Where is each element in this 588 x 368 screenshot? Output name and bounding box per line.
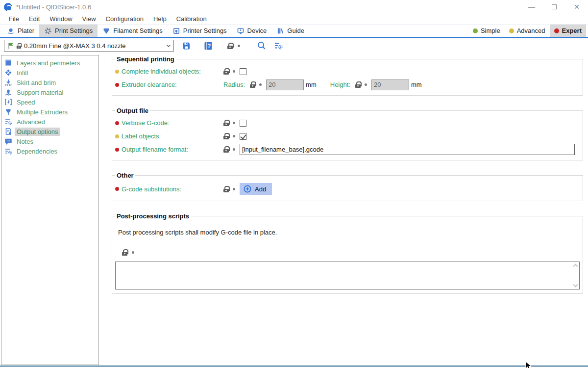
sidebar-item-notes[interactable]: Notes — [1, 136, 98, 146]
section-title: Other — [115, 172, 135, 179]
scroll-up-icon[interactable] — [573, 264, 578, 269]
revert-dot-icon[interactable] — [233, 70, 235, 73]
save-icon — [182, 41, 191, 51]
option-row-output-filename-format: Output filename format: — [115, 143, 580, 156]
revert-dot-icon[interactable] — [259, 83, 262, 86]
sidebar-item-dependencies[interactable]: Dependencies — [1, 146, 98, 156]
save-preset-button[interactable] — [182, 41, 191, 51]
add-substitution-button[interactable]: Add — [240, 183, 272, 195]
close-button[interactable]: ✕ — [565, 0, 588, 14]
revert-dot-icon — [238, 45, 240, 47]
menu-window[interactable]: Window — [45, 14, 77, 25]
sidebar-item-skirt-and-brim[interactable]: Skirt and brim — [1, 78, 98, 87]
filament-icon — [102, 27, 110, 35]
modified-dot-icon — [115, 134, 119, 138]
sidebar-item-label: Multiple Extruders — [15, 108, 70, 116]
post-processing-description: Post processing scripts shall modify G-c… — [115, 222, 580, 236]
menu-configuration[interactable]: Configuration — [101, 14, 148, 25]
revert-dot-icon[interactable] — [365, 83, 367, 86]
compare-presets-button[interactable] — [273, 41, 283, 50]
lock-icon[interactable] — [355, 81, 361, 88]
sidebar-item-infill[interactable]: Infill — [1, 68, 98, 78]
radius-field[interactable] — [266, 79, 304, 90]
svg-text:?: ? — [207, 43, 211, 50]
output-filename-format-field[interactable] — [240, 144, 575, 155]
search-button[interactable] — [257, 41, 267, 51]
tab-label: Device — [247, 27, 267, 34]
revert-dot-icon[interactable] — [233, 148, 235, 151]
sidebar-item-speed[interactable]: Speed — [1, 97, 98, 107]
mode-advanced[interactable]: Advanced — [505, 25, 550, 37]
scroll-down-icon[interactable] — [573, 283, 578, 288]
radius-unit: mm — [306, 81, 317, 88]
lock-icon[interactable] — [223, 133, 229, 139]
section-title: Output file — [115, 107, 150, 114]
extruders-icon — [4, 108, 12, 116]
mouse-cursor — [525, 361, 532, 368]
revert-dot-icon[interactable] — [233, 188, 235, 190]
revert-dot-icon[interactable] — [233, 135, 235, 137]
tab-filament-settings[interactable]: Filament Settings — [98, 25, 167, 37]
tab-plater[interactable]: Plater — [2, 25, 39, 37]
mode-label: Advanced — [517, 27, 545, 34]
lock-icon[interactable] — [223, 68, 229, 75]
search-icon — [257, 41, 267, 51]
menu-bar: File Edit Window View Configuration Help… — [0, 14, 588, 25]
label-objects-checkbox[interactable] — [240, 133, 246, 140]
sidebar-item-support-material[interactable]: Support material — [1, 87, 98, 97]
tab-label: Guide — [287, 27, 304, 34]
revert-dot-icon[interactable] — [132, 251, 134, 254]
menu-view[interactable]: View — [77, 14, 101, 25]
lock-icon[interactable] — [223, 120, 229, 126]
tab-label: Print Settings — [55, 27, 93, 34]
section-title: Sequential printing — [115, 55, 176, 63]
sidebar-item-layers-and-perimeters[interactable]: Layers and perimeters — [1, 58, 98, 68]
option-label: G-code substitutions: — [122, 185, 223, 193]
preset-help-button[interactable]: ? — [204, 41, 213, 51]
tab-guide[interactable]: Guide — [271, 25, 309, 37]
lock-icon[interactable] — [223, 186, 229, 192]
sidebar-item-label: Output options — [15, 128, 60, 136]
title-bar: *Untitled - QIDISlicer-1.0.6 — ✕ — [0, 0, 588, 14]
required-dot-icon — [115, 187, 119, 191]
menu-edit[interactable]: Edit — [24, 14, 45, 25]
menu-calibration[interactable]: Calibration — [172, 14, 212, 25]
menu-help[interactable]: Help — [148, 14, 172, 25]
menu-file[interactable]: File — [4, 14, 24, 25]
tab-device[interactable]: Device — [232, 25, 272, 37]
maximize-button[interactable] — [543, 0, 565, 14]
complete-individual-objects-checkbox[interactable] — [240, 68, 246, 75]
lock-icon[interactable] — [250, 81, 255, 88]
verbose-gcode-checkbox[interactable] — [240, 120, 246, 127]
required-dot-icon — [115, 121, 119, 125]
tab-print-settings[interactable]: Print Settings — [39, 25, 98, 37]
minimize-button[interactable]: — — [520, 0, 543, 14]
sidebar-item-multiple-extruders[interactable]: Multiple Extruders — [1, 107, 98, 117]
radius-label: Radius: — [223, 81, 245, 88]
mode-simple[interactable]: Simple — [468, 25, 505, 37]
preset-combobox[interactable]: 0.20mm Fine @X-MAX 3 0.4 nozzle — [4, 40, 174, 52]
option-label: Complete individual objects: — [122, 68, 223, 75]
chevron-down-icon — [166, 43, 172, 49]
post-processing-scripts-textarea[interactable] — [115, 262, 580, 289]
compare-settings-icon — [273, 41, 283, 50]
gear-icon — [44, 27, 52, 35]
height-field[interactable] — [371, 79, 409, 90]
section-post-processing-scripts: Post-processing scripts Post processing … — [112, 212, 583, 294]
lock-icon[interactable] — [223, 146, 229, 153]
lock-icon[interactable] — [122, 249, 127, 256]
height-label: Height: — [330, 81, 350, 88]
infill-icon — [4, 69, 12, 77]
tab-printer-settings[interactable]: Printer Settings — [168, 25, 232, 37]
sidebar-item-advanced[interactable]: Advanced — [1, 117, 98, 127]
section-sequential-printing: Sequential printing Complete individual … — [112, 55, 583, 96]
lock-toggle-button[interactable] — [227, 43, 233, 49]
textarea-scrollbar[interactable] — [571, 262, 579, 289]
output-options-icon — [4, 128, 12, 135]
revert-dot-icon[interactable] — [233, 122, 235, 124]
option-row-complete-individual-objects: Complete individual objects: — [115, 65, 580, 78]
sidebar-item-output-options[interactable]: Output options — [1, 127, 98, 136]
mode-expert[interactable]: Expert — [550, 25, 586, 37]
height-unit: mm — [411, 81, 422, 88]
option-label: Output filename format: — [122, 146, 223, 153]
